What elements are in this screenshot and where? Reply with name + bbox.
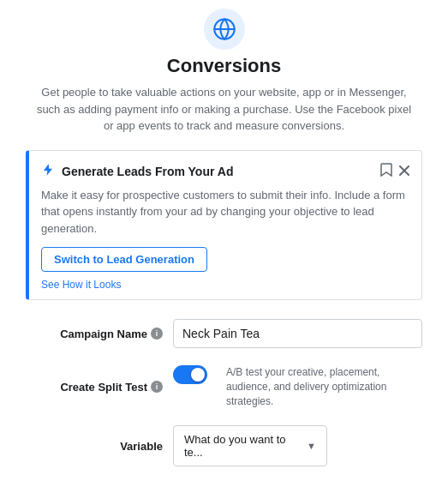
switch-to-lead-generation-button[interactable]: Switch to Lead Generation bbox=[41, 247, 207, 272]
variable-row: Variable What do you want to te... ▼ bbox=[26, 425, 422, 466]
variable-label: Variable bbox=[26, 440, 163, 453]
split-test-toggle[interactable] bbox=[173, 365, 207, 384]
campaign-name-input[interactable] bbox=[173, 319, 422, 348]
banner-body: Make it easy for prospective customers t… bbox=[41, 187, 409, 237]
campaign-name-info-icon[interactable]: i bbox=[151, 328, 163, 340]
see-how-link[interactable]: See How it Looks bbox=[41, 279, 121, 291]
campaign-name-row: Campaign Name i bbox=[26, 319, 422, 348]
info-banner: Generate Leads From Your Ad Make it easy… bbox=[26, 150, 422, 301]
variable-dropdown[interactable]: What do you want to te... ▼ bbox=[173, 425, 327, 466]
campaign-name-input-wrap bbox=[173, 319, 422, 348]
page-container: Conversions Get people to take valuable … bbox=[0, 0, 448, 481]
page-title: Conversions bbox=[26, 55, 422, 77]
variable-dropdown-value: What do you want to te... bbox=[184, 433, 300, 459]
split-test-label: Create Split Test i bbox=[26, 381, 163, 394]
split-test-row: Create Split Test i A/B test your creati… bbox=[26, 365, 422, 408]
campaign-name-label: Campaign Name i bbox=[26, 328, 163, 340]
split-test-description: A/B test your creative, placement, audie… bbox=[226, 365, 422, 408]
variable-control-wrap: What do you want to te... ▼ bbox=[173, 425, 327, 466]
split-test-info-icon[interactable]: i bbox=[151, 381, 163, 393]
close-icon[interactable] bbox=[399, 164, 409, 178]
banner-title: Generate Leads From Your Ad bbox=[62, 165, 380, 178]
header-icon-wrap bbox=[26, 0, 422, 50]
split-test-control: A/B test your creative, placement, audie… bbox=[173, 365, 422, 408]
banner-actions bbox=[380, 163, 409, 179]
bookmark-icon[interactable] bbox=[380, 163, 392, 179]
leads-icon bbox=[41, 163, 55, 180]
page-subtitle: Get people to take valuable actions on y… bbox=[26, 84, 422, 135]
chevron-down-icon: ▼ bbox=[307, 441, 316, 451]
globe-icon bbox=[204, 9, 245, 50]
